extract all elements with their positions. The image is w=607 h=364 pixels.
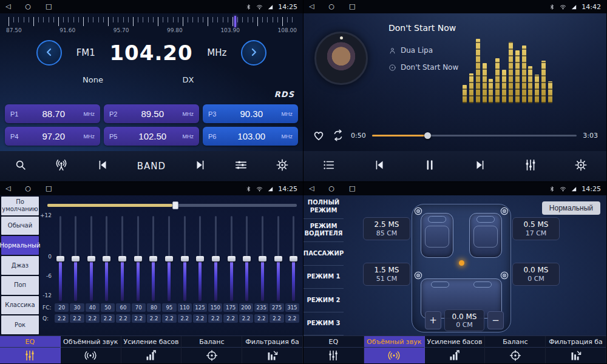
eq-band-slider[interactable] xyxy=(212,216,220,301)
settings-button[interactable] xyxy=(574,158,588,174)
next-track-button[interactable] xyxy=(473,158,487,174)
eq-preset-item[interactable]: Джаз xyxy=(1,256,39,275)
tab-balance[interactable]: Баланс xyxy=(181,336,242,363)
eq-band-knob[interactable] xyxy=(149,256,157,261)
home-key[interactable]: ○ xyxy=(328,0,334,13)
mode-item[interactable]: РЕЖИМ 2 xyxy=(304,289,344,312)
delay-plus-button[interactable]: + xyxy=(425,311,441,329)
eq-band-slider[interactable] xyxy=(149,216,158,301)
delay-rear-right[interactable]: 0.0 MS 0 CM xyxy=(512,263,560,286)
eq-band-slider[interactable] xyxy=(72,216,80,301)
eq-band-knob[interactable] xyxy=(165,256,173,261)
eq-band-knob[interactable] xyxy=(196,256,204,261)
eq-preset-item[interactable]: По умолчанию xyxy=(1,197,39,215)
recents-key[interactable]: □ xyxy=(46,182,52,195)
eq-scrollbar-knob[interactable] xyxy=(172,201,178,209)
delay-minus-button[interactable]: − xyxy=(487,311,504,329)
preset-p3[interactable]: P3 90.30 MHz xyxy=(203,104,298,123)
eq-band-slider[interactable] xyxy=(165,216,174,301)
eq-band-knob[interactable] xyxy=(259,256,266,261)
eq-band-slider[interactable] xyxy=(274,216,282,301)
back-key[interactable]: ◁ xyxy=(309,0,314,13)
eq-band-knob[interactable] xyxy=(243,256,251,261)
favorite-button[interactable] xyxy=(312,129,325,142)
mode-item[interactable]: РЕЖИМ 3 xyxy=(304,312,344,336)
equalizer-button[interactable] xyxy=(524,158,537,174)
eq-preset-item[interactable]: Поп xyxy=(1,276,39,295)
repeat-button[interactable] xyxy=(331,129,345,142)
eq-band-knob[interactable] xyxy=(87,256,95,261)
tab-filter[interactable]: Фильтрация ба xyxy=(242,336,303,363)
tab-bass-boost[interactable]: Усиление басов xyxy=(121,336,182,363)
preset-p1[interactable]: P1 88.70 MHz xyxy=(5,104,100,123)
eq-preset-item[interactable]: Нормальный xyxy=(1,236,39,255)
tune-down-button[interactable] xyxy=(36,40,62,66)
tab-bass-boost[interactable]: Усиление басов xyxy=(425,336,486,363)
tab-surround-sound[interactable]: Объёмный звук xyxy=(364,336,425,363)
preset-p5[interactable]: P5 102.50 MHz xyxy=(104,127,199,146)
delay-front-right[interactable]: 0.5 MS 17 CM xyxy=(512,217,560,240)
mode-item[interactable]: ПАССАЖИР xyxy=(304,242,344,266)
tab-eq[interactable]: EQ xyxy=(304,336,364,363)
equalizer-button[interactable] xyxy=(234,158,248,174)
seek-bar[interactable] xyxy=(372,135,577,136)
eq-band-slider[interactable] xyxy=(196,216,205,301)
eq-band-slider[interactable] xyxy=(290,216,298,301)
settings-button[interactable] xyxy=(276,158,289,174)
mode-item[interactable]: РЕЖИМ ВОДИТЕЛЯ xyxy=(304,219,344,243)
preset-p6[interactable]: P6 103.00 MHz xyxy=(203,127,298,146)
back-key[interactable]: ◁ xyxy=(5,182,10,195)
home-key[interactable]: ○ xyxy=(328,182,334,195)
previous-station-button[interactable] xyxy=(96,158,109,174)
next-station-button[interactable] xyxy=(194,158,207,174)
recents-key[interactable]: □ xyxy=(349,0,355,13)
eq-band-slider[interactable] xyxy=(259,216,267,301)
tab-surround-sound[interactable]: Объёмный звук xyxy=(61,336,121,363)
previous-track-button[interactable] xyxy=(373,158,386,174)
preset-p4[interactable]: P4 97.20 MHz xyxy=(5,127,100,146)
tune-up-button[interactable] xyxy=(241,40,266,66)
eq-band-knob[interactable] xyxy=(228,256,236,261)
eq-band-slider[interactable] xyxy=(243,216,251,301)
mode-item[interactable]: ПОЛНЫЙ РЕЖИМ xyxy=(304,195,344,219)
eq-band-slider[interactable] xyxy=(227,216,236,301)
eq-horizontal-scrollbar[interactable] xyxy=(47,204,297,207)
eq-preset-item[interactable]: Обычай xyxy=(1,217,39,235)
eq-band-knob[interactable] xyxy=(274,256,282,261)
eq-band-knob[interactable] xyxy=(290,256,297,261)
back-key[interactable]: ◁ xyxy=(309,182,314,195)
eq-band-knob[interactable] xyxy=(56,256,64,261)
eq-band-slider[interactable] xyxy=(134,216,142,301)
preset-p2[interactable]: P2 89.50 MHz xyxy=(104,104,199,123)
eq-band-knob[interactable] xyxy=(212,256,220,261)
recents-key[interactable]: □ xyxy=(46,0,52,13)
eq-band-slider[interactable] xyxy=(103,216,111,301)
eq-preset-item[interactable]: Классика xyxy=(1,296,39,315)
tab-balance[interactable]: Баланс xyxy=(485,336,546,363)
band-button[interactable]: BAND xyxy=(137,161,166,172)
eq-band-knob[interactable] xyxy=(103,256,110,261)
eq-band-knob[interactable] xyxy=(134,256,142,261)
search-button[interactable] xyxy=(14,158,27,174)
listener-position-dot[interactable] xyxy=(459,260,464,266)
eq-band-slider[interactable] xyxy=(118,216,127,301)
tab-filter[interactable]: Фильтрация ба xyxy=(546,336,606,363)
progress-knob[interactable] xyxy=(424,132,431,139)
broadcast-scan-button[interactable] xyxy=(55,158,68,174)
eq-band-knob[interactable] xyxy=(181,256,189,261)
eq-band-knob[interactable] xyxy=(72,256,80,261)
delay-front-left[interactable]: 2.5 MS 85 CM xyxy=(363,217,410,240)
tab-eq[interactable]: EQ xyxy=(0,336,61,363)
sound-profile-button[interactable]: Нормальный xyxy=(542,201,600,215)
eq-preset-item[interactable]: Рок xyxy=(1,315,39,334)
delay-rear-left[interactable]: 1.5 MS 51 CM xyxy=(363,263,410,286)
eq-band-slider[interactable] xyxy=(180,216,189,301)
eq-band-knob[interactable] xyxy=(118,256,126,261)
recents-key[interactable]: □ xyxy=(349,182,355,195)
playlist-button[interactable] xyxy=(322,158,336,174)
eq-band-slider[interactable] xyxy=(87,216,95,301)
eq-band-slider[interactable] xyxy=(56,216,64,301)
back-key[interactable]: ◁ xyxy=(5,0,10,13)
pause-button[interactable] xyxy=(423,158,436,174)
mode-item[interactable]: РЕЖИМ 1 xyxy=(304,266,344,289)
